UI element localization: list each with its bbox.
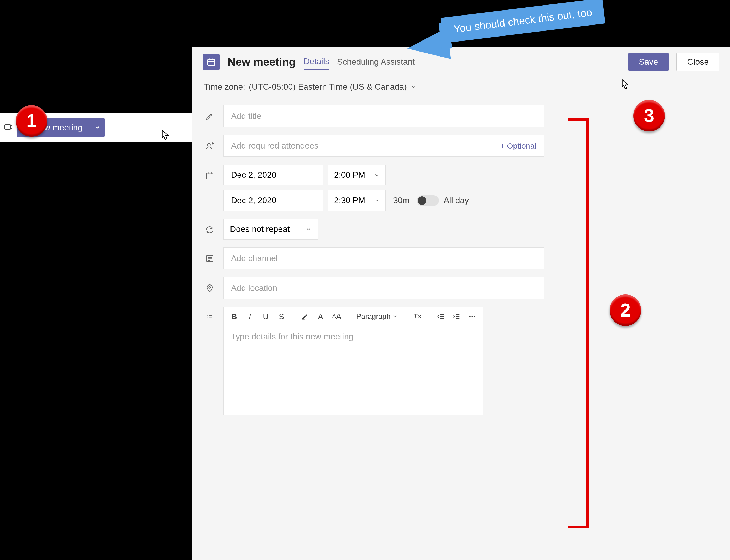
description-icon <box>204 312 216 324</box>
timezone-row[interactable]: Time zone: (UTC-05:00) Eastern Time (US … <box>192 77 730 97</box>
description-editor: B I U S A AA Paragraph T× <box>223 307 483 415</box>
rte-toolbar: B I U S A AA Paragraph T× <box>224 307 483 326</box>
dialog-header: New meeting Details Scheduling Assistant… <box>192 47 730 77</box>
channel-field[interactable] <box>223 247 544 269</box>
dialog-title: New meeting <box>228 56 296 68</box>
location-row <box>204 277 718 299</box>
indent-button[interactable] <box>452 313 461 320</box>
repeat-select[interactable]: Does not repeat <box>223 219 318 240</box>
chevron-down-icon <box>374 198 380 203</box>
start-time-value: 2:00 PM <box>334 170 365 180</box>
title-input[interactable] <box>231 111 536 121</box>
svg-point-5 <box>209 287 211 288</box>
timezone-value: (UTC-05:00) Eastern Time (US & Canada) <box>249 82 407 92</box>
svg-point-8 <box>474 316 475 317</box>
svg-point-6 <box>469 316 471 317</box>
attendees-icon <box>204 140 216 152</box>
all-day-label: All day <box>443 196 469 205</box>
calendar-icon <box>204 170 216 181</box>
more-button[interactable] <box>468 313 476 320</box>
location-input[interactable] <box>231 283 536 293</box>
chevron-down-icon <box>306 226 312 232</box>
svg-rect-0 <box>5 125 11 129</box>
annotation-callout: You should check this out, too <box>440 0 605 43</box>
meet-now-icon <box>4 124 13 131</box>
location-field[interactable] <box>223 277 544 299</box>
channel-row <box>204 247 718 269</box>
svg-rect-3 <box>206 173 213 179</box>
cursor-pointer-icon <box>617 78 631 91</box>
font-color-button[interactable]: A <box>317 312 325 321</box>
strike-button[interactable]: S <box>277 312 286 321</box>
description-row: B I U S A AA Paragraph T× <box>204 307 718 415</box>
clear-format-button[interactable]: T× <box>413 312 421 321</box>
start-time-field[interactable]: 2:00 PM <box>328 165 386 185</box>
paragraph-select[interactable]: Paragraph <box>356 312 398 321</box>
outdent-button[interactable] <box>436 313 445 320</box>
annotation-badge-3: 3 <box>633 100 665 131</box>
pencil-icon <box>204 110 216 122</box>
chevron-down-icon <box>374 172 380 178</box>
timezone-label: Time zone: <box>204 82 245 92</box>
svg-rect-1 <box>208 59 215 65</box>
repeat-icon <box>204 224 216 236</box>
end-time-field[interactable]: 2:30 PM <box>328 190 386 211</box>
attendees-input[interactable] <box>231 141 500 151</box>
repeat-row: Does not repeat <box>204 219 718 240</box>
save-button[interactable]: Save <box>628 53 668 71</box>
chevron-down-icon <box>410 82 416 92</box>
svg-point-7 <box>472 316 473 317</box>
underline-button[interactable]: U <box>262 312 270 321</box>
repeat-value: Does not repeat <box>230 224 290 234</box>
annotation-bracket <box>568 118 589 528</box>
annotation-badge-2: 2 <box>610 294 641 326</box>
datetime-row: Dec 2, 2020 2:00 PM Dec 2, 2020 2:30 PM … <box>204 165 718 211</box>
new-meeting-dropdown[interactable] <box>90 118 105 137</box>
tab-details[interactable]: Details <box>304 54 329 70</box>
end-date-field[interactable]: Dec 2, 2020 <box>223 190 323 211</box>
close-button[interactable]: Close <box>676 53 719 71</box>
italic-button[interactable]: I <box>246 312 254 321</box>
start-date-field[interactable]: Dec 2, 2020 <box>223 165 323 185</box>
cursor-pointer-icon <box>158 129 171 142</box>
attendees-field[interactable]: + Optional <box>223 135 544 157</box>
calendar-app-icon <box>203 54 220 70</box>
all-day-toggle[interactable] <box>417 195 439 206</box>
duration-label: 30m <box>390 196 412 205</box>
title-field[interactable] <box>223 105 544 127</box>
tab-scheduling-assistant[interactable]: Scheduling Assistant <box>337 54 415 69</box>
highlight-button[interactable] <box>301 313 309 320</box>
channel-icon <box>204 253 216 264</box>
location-icon <box>204 282 216 294</box>
svg-point-2 <box>208 143 211 146</box>
font-size-button[interactable]: AA <box>332 312 342 321</box>
annotation-badge-1: 1 <box>16 105 47 137</box>
attendees-row: + Optional <box>204 135 718 157</box>
bold-button[interactable]: B <box>230 312 238 321</box>
end-time-value: 2:30 PM <box>334 196 365 205</box>
description-textarea[interactable]: Type details for this new meeting <box>224 326 483 415</box>
callout-text: You should check this out, too <box>440 0 605 43</box>
optional-attendees-link[interactable]: + Optional <box>500 141 536 150</box>
channel-input[interactable] <box>231 253 536 263</box>
meeting-form: + Optional Dec 2, 2020 2:00 PM Dec 2, 20… <box>192 97 730 423</box>
